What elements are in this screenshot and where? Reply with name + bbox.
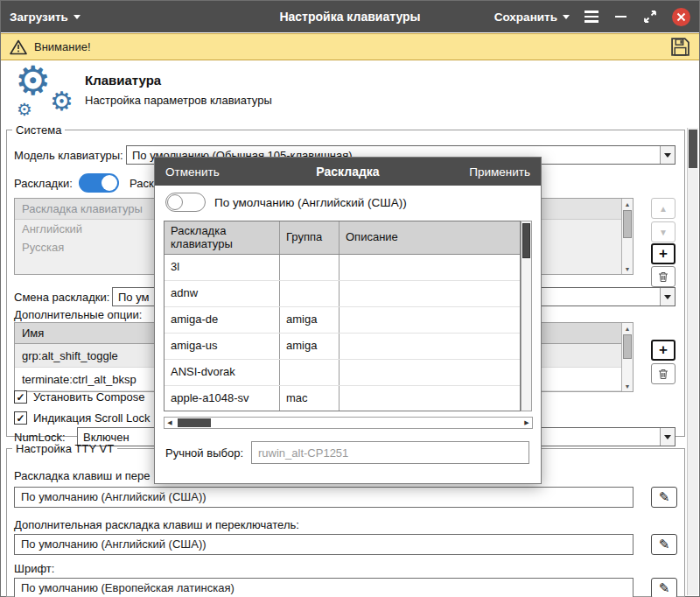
scroll-right-icon[interactable]: ▶ xyxy=(522,418,532,428)
table-row[interactable]: apple-a1048-sv mac xyxy=(164,386,520,411)
options-table-scrollbar[interactable]: ▲ ▼ xyxy=(621,323,633,391)
checkbox-check-icon: ✓ xyxy=(14,411,27,425)
layouts-list-scrollbar[interactable]: ▲ ▼ xyxy=(621,199,633,274)
checkbox-check-icon: ✓ xyxy=(14,390,27,404)
titlebar-actions: Сохранить xyxy=(494,8,690,26)
tty-font-label: Шрифт: xyxy=(14,562,54,575)
cell-description xyxy=(340,386,520,411)
titlebar: Загрузить Настройка клавиатуры Сохранить xyxy=(1,1,699,32)
save-menu-button[interactable]: Сохранить xyxy=(494,11,570,24)
cell-layout: amiga-us xyxy=(164,334,280,359)
column-header-group[interactable]: Группа xyxy=(280,221,340,254)
scroll-lock-checkbox[interactable]: ✓ Индикация Scroll Lock xyxy=(14,411,150,425)
hamburger-menu-button[interactable] xyxy=(583,9,600,24)
default-layout-label: По умолчанию (Английский (США)) xyxy=(214,196,407,209)
layout-move-down-button[interactable]: ▼ xyxy=(651,221,676,242)
compose-checkbox-label: Установить Compose xyxy=(33,390,144,404)
gear-icon: ⚙ xyxy=(50,88,74,115)
close-button[interactable] xyxy=(672,8,690,26)
layouts-toggle[interactable] xyxy=(79,173,119,193)
keyboard-model-label: Модель клавиатуры: xyxy=(14,149,123,162)
layout-dialog: Отменить Раскладка Применить По умолчани… xyxy=(154,157,542,484)
scroll-down-icon[interactable]: ▼ xyxy=(622,263,633,274)
scrollbar-thumb[interactable] xyxy=(623,210,632,238)
scroll-left-icon[interactable]: ◀ xyxy=(164,418,175,428)
cell-layout: 3l xyxy=(164,255,280,280)
save-file-button[interactable] xyxy=(670,37,690,57)
layout-move-up-button[interactable]: ▲ xyxy=(651,198,676,219)
cell-description xyxy=(340,334,520,359)
tty-keymap-field[interactable]: По умолчанию (Английский (США)) xyxy=(14,487,634,508)
scroll-lock-checkbox-label: Индикация Scroll Lock xyxy=(33,411,150,425)
cell-group: amiga xyxy=(280,334,340,359)
layout-table: Раскладка клавиатуры Группа Описание 3l … xyxy=(164,221,521,411)
warning-bar: Внимание! xyxy=(1,33,699,60)
scroll-up-icon[interactable]: ▲ xyxy=(622,323,633,334)
cell-layout: amiga-de xyxy=(164,307,280,333)
option-delete-button[interactable] xyxy=(651,363,676,384)
cell-group xyxy=(280,255,340,280)
dialog-header: Отменить Раскладка Применить xyxy=(155,158,541,186)
scroll-up-icon[interactable]: ▲ xyxy=(622,199,633,209)
manual-select-input[interactable] xyxy=(251,441,529,464)
system-group-legend: Система xyxy=(12,123,65,137)
load-menu-button[interactable]: Загрузить xyxy=(10,11,80,24)
default-layout-toggle[interactable] xyxy=(165,193,206,212)
table-row[interactable]: ANSI-dvorak xyxy=(164,360,520,386)
pencil-icon: ✎ xyxy=(659,580,670,596)
default-layout-row: По умолчанию (Английский (США)) xyxy=(165,193,407,212)
scrollbar-thumb[interactable] xyxy=(178,418,211,427)
cell-group xyxy=(280,281,340,306)
page-subtitle: Настройка параметров клавиатуры xyxy=(85,94,272,107)
layout-add-button[interactable]: + xyxy=(651,243,676,264)
cell-group xyxy=(280,360,340,385)
table-row[interactable]: 3l xyxy=(164,255,520,281)
cell-group: mac xyxy=(280,386,340,411)
option-add-button[interactable]: + xyxy=(651,340,676,361)
table-row[interactable]: amiga-de amiga xyxy=(164,307,520,334)
tty-group-legend: Настройка TTY VT xyxy=(12,442,117,455)
extra-options-label: Дополнительные опции: xyxy=(14,308,142,321)
cell-description xyxy=(340,281,520,306)
scrollbar-thumb[interactable] xyxy=(623,334,632,359)
dialog-apply-button[interactable]: Применить xyxy=(469,165,530,179)
table-row[interactable]: adnw xyxy=(164,281,520,307)
compose-checkbox[interactable]: ✓ Установить Compose xyxy=(14,390,144,404)
table-row[interactable]: amiga-us amiga xyxy=(164,334,520,360)
cell-layout: apple-a1048-sv xyxy=(164,386,280,411)
dialog-horizontal-scrollbar[interactable]: ◀ ▶ xyxy=(164,417,533,429)
save-menu-label: Сохранить xyxy=(494,11,557,24)
pencil-icon: ✎ xyxy=(659,489,670,505)
dialog-table-scrollbar[interactable] xyxy=(521,221,532,411)
minimize-button[interactable] xyxy=(613,14,628,19)
tty-keymap-edit-button[interactable]: ✎ xyxy=(651,487,677,508)
manual-select-row: Ручной выбор: xyxy=(165,441,529,464)
tty-extra-keymap-edit-button[interactable]: ✎ xyxy=(651,534,677,555)
tty-keymap-label: Раскладка клавиш и пере xyxy=(14,469,150,482)
main-scrollbar[interactable] xyxy=(687,128,698,595)
trash-icon xyxy=(658,369,668,380)
cell-group: amiga xyxy=(280,307,340,333)
layout-delete-button[interactable] xyxy=(651,266,676,287)
hamburger-icon xyxy=(584,11,598,22)
scrollbar-thumb[interactable] xyxy=(689,130,697,168)
scroll-down-icon[interactable]: ▼ xyxy=(622,381,633,391)
column-header-layout[interactable]: Раскладка клавиатуры xyxy=(164,221,280,254)
tty-extra-keymap-label: Дополнительная раскладка клавиш и перекл… xyxy=(14,518,299,531)
keyboard-settings-window: Загрузить Настройка клавиатуры Сохранить xyxy=(0,0,700,597)
scrollbar-thumb[interactable] xyxy=(522,223,530,258)
cell-description xyxy=(340,360,520,385)
cell-layout: ANSI-dvorak xyxy=(164,360,280,385)
column-header-description[interactable]: Описание xyxy=(340,221,520,254)
tty-extra-keymap-field[interactable]: По умолчанию (Английский (США)) xyxy=(14,534,634,555)
dialog-cancel-button[interactable]: Отменить xyxy=(165,165,220,179)
expand-icon xyxy=(643,10,657,24)
cell-description xyxy=(340,255,520,280)
tty-font-edit-button[interactable]: ✎ xyxy=(651,578,677,597)
close-icon xyxy=(676,12,686,22)
maximize-button[interactable] xyxy=(641,8,659,25)
warning-text: Внимание! xyxy=(34,40,91,53)
caret-down-icon xyxy=(563,15,570,19)
keyboard-gears-icon: ⚙ ⚙ ⚙ xyxy=(10,64,83,122)
tty-font-field[interactable]: По умолчанию (Европейская латинская) xyxy=(14,578,634,597)
